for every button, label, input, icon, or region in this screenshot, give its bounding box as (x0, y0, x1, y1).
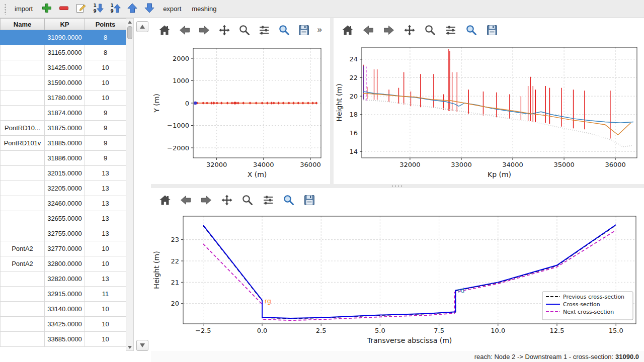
cell-kp[interactable]: 31590.0000 (45, 75, 85, 90)
zoom-button[interactable] (240, 193, 255, 207)
column-header-points[interactable]: Points (85, 19, 126, 30)
cell-points[interactable]: 13 (85, 181, 126, 196)
toolbar-overflow-button[interactable]: » (317, 25, 325, 36)
table-row[interactable]: 32915.000011 (1, 287, 126, 302)
save-button[interactable] (297, 23, 311, 37)
cell-name[interactable] (1, 302, 45, 317)
cell-points[interactable]: 13 (85, 226, 126, 241)
cell-name[interactable] (1, 45, 45, 60)
cell-kp[interactable]: 33140.0000 (45, 302, 85, 317)
cell-points[interactable]: 8 (85, 30, 126, 45)
table-row[interactable]: 32460.000013 (1, 196, 126, 211)
cell-name[interactable] (1, 30, 45, 45)
forward-button[interactable] (382, 23, 396, 37)
table-row[interactable]: 32655.000013 (1, 211, 126, 226)
sort-descending-button[interactable]: 19 (91, 2, 105, 16)
cell-kp[interactable]: 32800.0000 (45, 256, 85, 272)
customize-button[interactable] (261, 193, 275, 207)
cell-kp[interactable]: 32205.0000 (45, 181, 85, 196)
cell-name[interactable]: PontRD101v (1, 136, 45, 151)
cell-name[interactable] (1, 60, 45, 75)
longitudinal-profile-plot[interactable]: 3200033000340003500036000141618202224Kp … (334, 40, 644, 184)
cell-points[interactable]: 10 (85, 256, 126, 272)
table-row[interactable]: 33140.000010 (1, 302, 126, 317)
table-row[interactable]: 31090.00008 (1, 30, 126, 45)
table-row[interactable]: PontRD10...31875.00009 (1, 121, 126, 136)
table-row[interactable]: 31886.00009 (1, 151, 126, 166)
home-button[interactable] (158, 23, 172, 37)
customize-button[interactable] (258, 23, 271, 37)
cell-points[interactable]: 13 (85, 196, 126, 211)
cell-kp[interactable]: 32820.0000 (45, 272, 85, 287)
table-row[interactable]: PontA232770.000010 (1, 241, 126, 256)
cell-points[interactable]: 9 (85, 151, 126, 166)
cell-name[interactable]: PontA2 (1, 241, 45, 256)
cell-name[interactable] (1, 166, 45, 181)
cell-kp[interactable]: 31874.0000 (45, 106, 85, 121)
cell-points[interactable]: 13 (85, 211, 126, 226)
cell-name[interactable] (1, 181, 45, 196)
cell-kp[interactable]: 33425.0000 (45, 317, 85, 332)
cell-points[interactable]: 11 (85, 287, 126, 302)
cell-points[interactable]: 10 (85, 60, 126, 75)
cell-name[interactable] (1, 287, 45, 302)
zoom-button[interactable] (423, 23, 437, 37)
cell-kp[interactable]: 32655.0000 (45, 211, 85, 226)
scroll-to-top-button[interactable] (136, 21, 148, 32)
cell-name[interactable]: PontRD10... (1, 121, 45, 136)
cell-name[interactable] (1, 151, 45, 166)
table-row[interactable]: PontA232800.000010 (1, 256, 126, 272)
cell-kp[interactable]: 31885.0000 (45, 136, 85, 151)
scrollbar-up-arrow[interactable] (126, 19, 133, 25)
export-button[interactable]: export (159, 3, 185, 15)
toolbar-drag-handle[interactable] (4, 4, 7, 15)
pan-button[interactable] (403, 23, 417, 37)
home-button[interactable] (341, 23, 355, 37)
pan-button[interactable] (218, 23, 231, 37)
scroll-to-bottom-button[interactable] (136, 340, 148, 351)
cell-name[interactable] (1, 106, 45, 121)
cell-points[interactable]: 10 (85, 317, 126, 332)
cell-points[interactable]: 9 (85, 136, 126, 151)
cell-kp[interactable]: 31886.0000 (45, 151, 85, 166)
sort-ascending-button[interactable]: 19 (108, 2, 122, 16)
forward-button[interactable] (199, 193, 213, 207)
meshing-button[interactable]: meshing (188, 3, 220, 15)
column-header-name[interactable]: Name (1, 19, 45, 30)
move-up-button[interactable] (125, 2, 139, 16)
cell-points[interactable]: 10 (85, 241, 126, 256)
cell-points[interactable]: 13 (85, 166, 126, 181)
table-row[interactable]: 32820.000013 (1, 272, 126, 287)
table-row[interactable]: 31165.00008 (1, 45, 126, 60)
cross-section-plot[interactable]: −2.50.02.55.07.510.012.515.020212223Tran… (151, 210, 644, 351)
import-button[interactable]: import (11, 3, 36, 15)
cell-points[interactable]: 9 (85, 121, 126, 136)
back-button[interactable] (361, 23, 375, 37)
table-row[interactable]: 33425.000010 (1, 317, 126, 332)
cell-kp[interactable]: 31165.0000 (45, 45, 85, 60)
cell-kp[interactable]: 31425.0000 (45, 60, 85, 75)
cell-name[interactable] (1, 226, 45, 241)
zoom-region-button[interactable] (282, 193, 296, 207)
table-row[interactable]: 31590.000010 (1, 75, 126, 90)
table-row[interactable]: 31780.000010 (1, 90, 126, 106)
cell-points[interactable]: 10 (85, 302, 126, 317)
cell-points[interactable]: 10 (85, 90, 126, 106)
customize-button[interactable] (444, 23, 458, 37)
cell-kp[interactable]: 32460.0000 (45, 196, 85, 211)
scrollbar-thumb[interactable] (127, 26, 132, 39)
cell-name[interactable]: PontA2 (1, 256, 45, 272)
cell-kp[interactable]: 33685.0000 (45, 332, 85, 347)
table-row[interactable]: 33685.000010 (1, 332, 126, 347)
cell-kp[interactable]: 31090.0000 (45, 30, 85, 45)
zoom-region-button[interactable] (464, 23, 478, 37)
zoom-region-button[interactable] (277, 23, 291, 37)
cell-name[interactable] (1, 272, 45, 287)
cell-points[interactable]: 9 (85, 106, 126, 121)
cell-points[interactable]: 10 (85, 75, 126, 90)
cell-name[interactable] (1, 211, 45, 226)
table-row[interactable]: 32205.000013 (1, 181, 126, 196)
table-row[interactable]: 32015.000013 (1, 166, 126, 181)
column-header-kp[interactable]: KP (45, 19, 85, 30)
back-button[interactable] (178, 23, 192, 37)
